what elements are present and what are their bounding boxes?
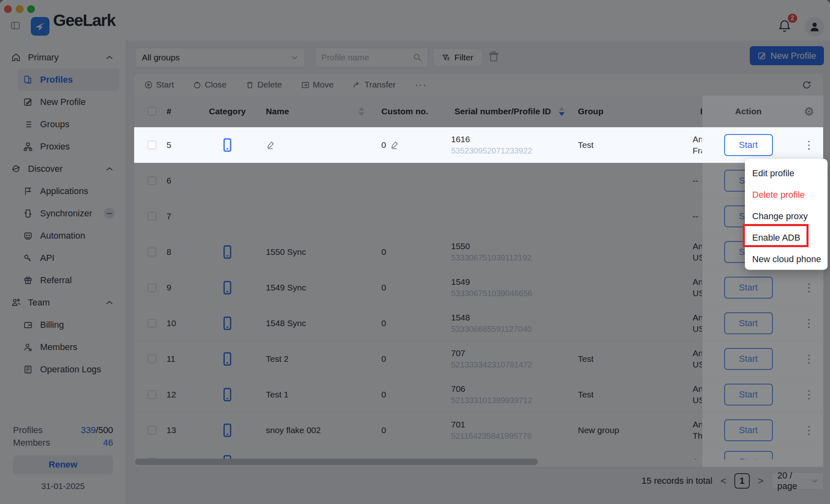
row-context-menu: Edit profile Delete profile Change proxy… <box>745 159 828 270</box>
edit-custom-no-icon[interactable] <box>390 140 400 150</box>
menu-item-enable-adb[interactable]: Enable ADB <box>745 227 828 248</box>
menu-item-change-proxy[interactable]: Change proxy <box>745 205 828 227</box>
cloud-phone-icon <box>222 138 232 152</box>
serial-number: 1616 <box>451 135 470 144</box>
menu-item-new-cloud-phone[interactable]: New cloud phone <box>745 248 828 270</box>
edit-name-icon[interactable] <box>266 140 276 150</box>
group-cell: Test <box>568 127 691 162</box>
row-checkbox[interactable] <box>148 141 156 149</box>
app-window: GeeLark 2 Primary Profiles New Profile <box>0 0 830 504</box>
start-button[interactable]: Start <box>724 134 773 156</box>
row-more-icon[interactable] <box>804 141 815 149</box>
table-row: 5 0 1616535230952071233922 Test AnFra St… <box>134 127 823 163</box>
profile-id: 535230952071233922 <box>451 146 532 156</box>
menu-item-edit-profile[interactable]: Edit profile <box>745 162 828 184</box>
menu-item-delete-profile[interactable]: Delete profile <box>745 184 828 205</box>
